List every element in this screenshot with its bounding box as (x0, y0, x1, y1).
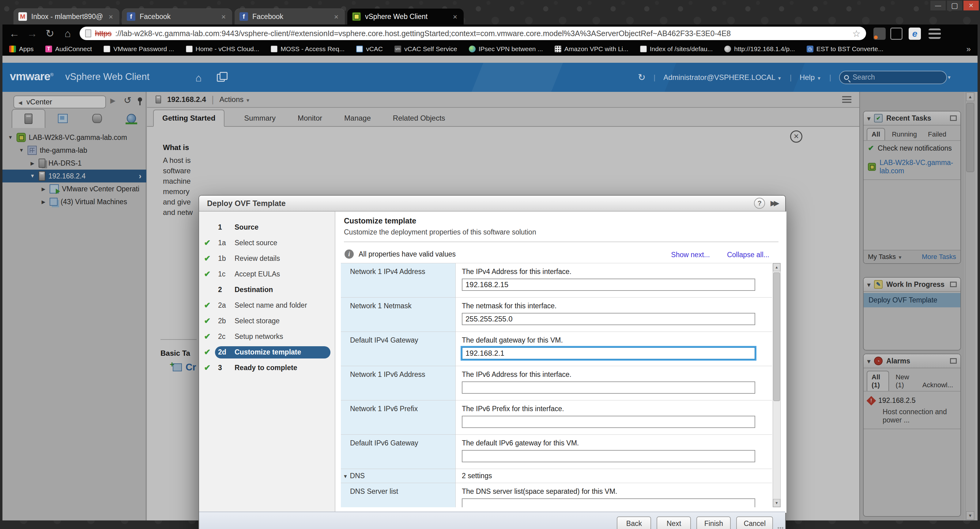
bookmark-amazon-vpc[interactable]: Amazon VPC with Li... (555, 45, 628, 52)
url-bar[interactable]: https ://lab-w2k8-vc.gamma-lab.com:9443/… (80, 27, 866, 40)
window-close-button[interactable] (964, 1, 979, 10)
next-button[interactable]: Next (657, 516, 691, 529)
step-select-name-folder[interactable]: 2aSelect name and folder (199, 297, 335, 313)
step-customize-template[interactable]: 2dCustomize template (199, 345, 335, 360)
browser-tab-vsphere[interactable]: vSphere Web Client (347, 9, 464, 24)
minimize-wizard-icon[interactable] (770, 199, 777, 207)
tab-close-icon[interactable] (452, 13, 459, 21)
ipv6-prefix-input[interactable] (462, 416, 755, 428)
bookmark-est-bst[interactable]: EST to BST Converte... (807, 45, 883, 52)
reload-icon[interactable] (42, 26, 57, 40)
step-setup-networks[interactable]: 2cSetup networks (199, 329, 335, 345)
refresh-icon[interactable] (638, 72, 646, 83)
property-row: Default IPv4 Gateway The default gateway… (341, 332, 772, 366)
step-accept-eulas[interactable]: 1cAccept EULAs (199, 266, 335, 282)
back-button[interactable]: Back (617, 516, 651, 529)
search-dropdown-icon[interactable]: ▼ (947, 75, 951, 80)
properties-grid: Network 1 IPv4 Address The IPv4 Address … (341, 263, 772, 507)
ipv4-address-input[interactable] (462, 279, 755, 291)
header-right: | Administrator@VSPHERE.LOCAL ▼ | Help ▼… (638, 63, 947, 92)
cancel-button[interactable]: Cancel (736, 516, 773, 529)
facebook-favicon-icon (127, 12, 135, 21)
info-text: All properties have valid values (359, 250, 456, 258)
extension-icon[interactable] (873, 27, 886, 40)
property-label: Network 1 Netmask (341, 297, 456, 332)
search-icon (844, 75, 849, 80)
bookmark-vcac-self-service[interactable]: vCAC Self Service (395, 45, 457, 52)
ipv6-address-input[interactable] (462, 381, 755, 394)
tab-close-icon[interactable] (107, 13, 115, 21)
browser-tab-facebook-1[interactable]: Facebook (122, 9, 232, 24)
bookmark-label: IPsec VPN between ... (479, 45, 543, 52)
globe-icon (724, 46, 731, 52)
user-menu[interactable]: Administrator@VSPHERE.LOCAL ▼ (663, 73, 781, 82)
url-scheme: https (95, 29, 111, 38)
collapse-caret-icon[interactable] (344, 472, 347, 480)
bookmark-vchs-cloud[interactable]: Home - vCHS Cloud... (186, 45, 259, 52)
home-shortcut-icon[interactable] (196, 72, 202, 84)
tab-title: Facebook (252, 13, 328, 21)
page-security-icon[interactable] (85, 29, 91, 37)
step-review-details[interactable]: 1bReview details (199, 251, 335, 266)
dns-group-row[interactable]: DNS 2 settings (341, 469, 772, 483)
vm-icon (395, 46, 401, 52)
page-subtitle: Customize the deployment properties of t… (344, 228, 536, 236)
property-row: Default IPv6 Gateway The default IPv6 ga… (341, 435, 772, 469)
group-label: DNS (350, 472, 365, 480)
search-input[interactable] (853, 73, 943, 81)
scroll-up-icon[interactable]: ▲ (773, 263, 780, 271)
scroll-down-icon[interactable]: ▼ (773, 499, 780, 507)
bookmark-star-icon[interactable] (852, 28, 861, 39)
extension-icon[interactable] (890, 27, 902, 40)
show-next-link[interactable]: Show next... (671, 251, 710, 259)
bookmark-apps[interactable]: Apps (9, 45, 34, 52)
bookmark-vcac[interactable]: vCAC (356, 45, 383, 52)
browser-tab-facebook-2[interactable]: Facebook (235, 9, 345, 24)
forward-icon[interactable] (24, 26, 40, 40)
info-icon (345, 249, 354, 259)
tab-close-icon[interactable] (220, 13, 227, 21)
bookmarks-overflow-icon[interactable] (967, 44, 971, 54)
dialog-resize-grip[interactable] (777, 527, 784, 529)
validation-info: All properties have valid values (345, 249, 456, 259)
vmware-logo: vmware® (10, 70, 53, 83)
ipv6-gateway-input[interactable] (462, 450, 755, 462)
step-check-icon (204, 238, 215, 248)
window-maximize-button[interactable] (947, 1, 962, 10)
bookmark-audiconnect[interactable]: AudiConnect (45, 45, 92, 52)
step-check-icon (204, 254, 215, 263)
default-gateway-input[interactable] (462, 347, 755, 359)
shortcuts-icon[interactable] (217, 74, 225, 82)
bookmark-192-168-1-4[interactable]: http://192.168.1.4/p... (724, 45, 795, 52)
grid-scrollbar[interactable]: ▲ ▼ (773, 263, 781, 507)
search-box[interactable]: ▼ (839, 71, 947, 84)
page-icon (186, 46, 192, 52)
tab-close-icon[interactable] (332, 13, 340, 21)
scrollbar-thumb[interactable] (773, 272, 780, 401)
browser-tab-gmail[interactable]: Inbox - mlambert890@gm (13, 9, 119, 24)
bookmark-ipsec-vpn[interactable]: IPsec VPN between ... (469, 45, 543, 52)
finish-button[interactable]: Finish (697, 516, 731, 529)
chrome-menu-icon[interactable] (929, 29, 941, 39)
page-icon (271, 46, 277, 52)
netmask-input[interactable] (462, 313, 755, 325)
ie-tab-extension-icon[interactable] (908, 27, 921, 40)
step-ready-to-complete[interactable]: 3Ready to complete (199, 360, 335, 376)
collapse-all-link[interactable]: Collapse all... (727, 251, 769, 259)
help-icon[interactable] (754, 198, 765, 209)
property-description: The IPv4 Address for this interface. (462, 268, 571, 275)
tab-title: Facebook (140, 13, 216, 21)
bookmark-moss[interactable]: MOSS - Access Req... (271, 45, 345, 52)
window-minimize-button[interactable] (931, 1, 946, 10)
dialog-titlebar[interactable]: Deploy OVF Template (199, 195, 785, 211)
dns-server-list-input[interactable] (462, 499, 755, 507)
bookmark-label: vCAC (366, 45, 383, 52)
home-icon[interactable] (60, 26, 75, 40)
step-select-source[interactable]: 1aSelect source (199, 235, 335, 251)
url-text: ://lab-w2k8-vc.gamma-lab.com:9443/vspher… (115, 29, 849, 38)
bookmark-vmware-password[interactable]: VMware Password ... (103, 45, 174, 52)
bookmark-index-sites[interactable]: Index of /sites/defau... (640, 45, 713, 52)
step-select-storage[interactable]: 2bSelect storage (199, 313, 335, 329)
help-menu[interactable]: Help ▼ (800, 73, 821, 82)
back-icon[interactable] (7, 26, 22, 40)
